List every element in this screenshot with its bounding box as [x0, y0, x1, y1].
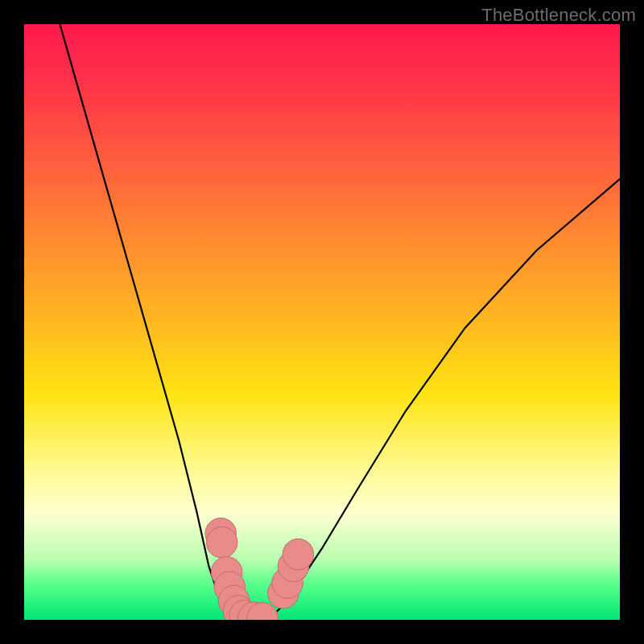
marker-group — [205, 518, 314, 620]
plot-area — [24, 24, 620, 620]
left-marker-group — [206, 527, 237, 558]
v-curve — [60, 24, 620, 620]
chart-frame: TheBottleneck.com — [0, 0, 644, 644]
curve-layer — [24, 24, 620, 620]
watermark-text: TheBottleneck.com — [481, 5, 636, 26]
right-marker-group — [283, 539, 313, 569]
bottleneck-curve — [60, 24, 620, 620]
